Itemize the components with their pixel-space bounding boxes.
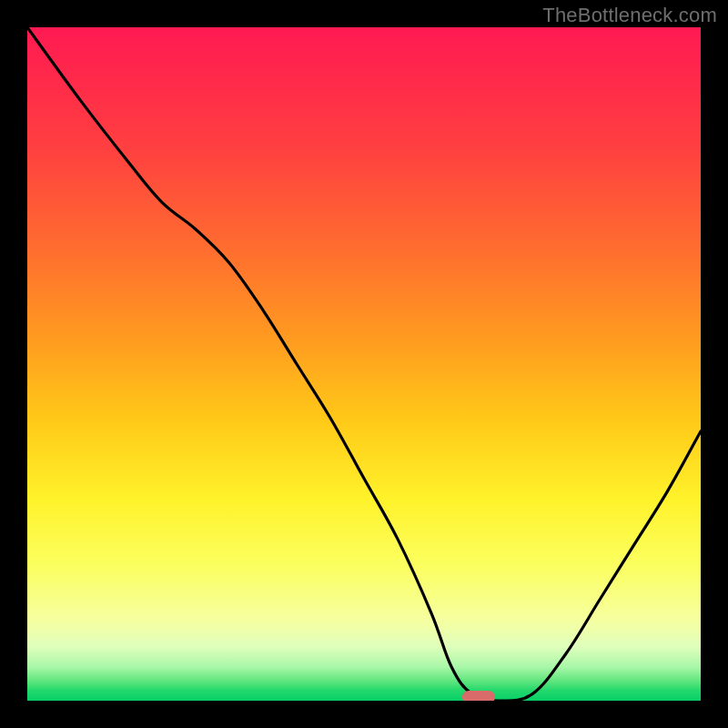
plot-area xyxy=(27,27,701,701)
optimum-marker xyxy=(462,691,495,701)
bottleneck-curve xyxy=(27,27,701,701)
watermark-text: TheBottleneck.com xyxy=(542,4,717,27)
chart-frame: TheBottleneck.com xyxy=(0,0,728,728)
